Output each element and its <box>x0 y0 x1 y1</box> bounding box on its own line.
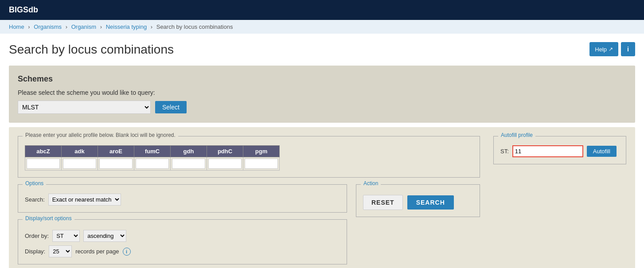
locus-input-row <box>25 157 280 171</box>
locus-header-fumC: fumC <box>134 146 171 157</box>
select-button[interactable]: Select <box>155 101 187 113</box>
search-button[interactable]: SEARCH <box>407 195 454 210</box>
profile-panel: Please enter your allelic profile below.… <box>9 127 635 268</box>
page-title: Search by locus combinations <box>9 43 635 57</box>
display-legend: Display/sort options <box>23 215 74 221</box>
options-row: Search: Exact or nearest match Exact mat… <box>25 194 340 206</box>
locus-input-aroE[interactable] <box>99 159 133 169</box>
options-section: Options Search: Exact or nearest match E… <box>18 184 347 213</box>
profile-main: Please enter your allelic profile below.… <box>18 136 626 264</box>
breadcrumb-neisseria[interactable]: Neisseria typing <box>106 23 147 30</box>
locus-input-pgm[interactable] <box>245 159 278 169</box>
st-label: ST: <box>500 148 509 155</box>
scheme-select[interactable]: MLST <box>18 101 151 114</box>
schemes-panel: Schemes Please select the scheme you wou… <box>9 66 635 123</box>
locus-input-fumC[interactable] <box>136 159 169 169</box>
locus-header-aroE: aroE <box>98 146 134 157</box>
app-header: BIGSdb <box>0 0 644 20</box>
breadcrumb: Home › Organisms › Organism › Neisseria … <box>0 20 644 34</box>
schemes-description: Please select the scheme you would like … <box>18 89 626 96</box>
profile-right: Autofill profile ST: Autofill <box>493 136 626 264</box>
display-label: Display: <box>25 248 45 255</box>
reset-button[interactable]: RESET <box>363 195 403 210</box>
schemes-row: MLST Select <box>18 101 626 114</box>
breadcrumb-current: Search by locus combinations <box>156 23 233 30</box>
autofill-row: ST: Autofill <box>500 145 619 157</box>
search-type-select[interactable]: Exact or nearest match Exact match only <box>48 194 121 206</box>
locus-input-pdhC[interactable] <box>208 159 242 169</box>
external-link-icon: ↗ <box>609 46 613 52</box>
bottom-right: Action RESET SEARCH <box>356 184 480 264</box>
autofill-legend: Autofill profile <box>498 132 535 138</box>
breadcrumb-sep-4: › <box>151 23 154 30</box>
order-by-label: Order by: <box>25 233 49 239</box>
page-title-area: Search by locus combinations <box>0 34 644 61</box>
help-button[interactable]: Help ↗ <box>589 42 618 56</box>
app-title: BIGSdb <box>9 5 38 14</box>
search-label: Search: <box>25 196 45 203</box>
help-label: Help <box>595 46 607 53</box>
profile-left: Please enter your allelic profile below.… <box>18 136 480 264</box>
breadcrumb-sep-1: › <box>28 23 31 30</box>
locus-header-abcZ: abcZ <box>25 146 62 157</box>
bottom-left: Options Search: Exact or nearest match E… <box>18 184 347 264</box>
allelic-profile-legend: Please enter your allelic profile below.… <box>23 132 178 138</box>
locus-header-gdh: gdh <box>171 146 207 157</box>
order-by-row: Order by: ST abcZ adk aroE fumC gdh pdhC… <box>25 230 340 242</box>
action-legend: Action <box>361 180 381 186</box>
autofill-button[interactable]: Autofill <box>587 146 617 157</box>
bottom-sections: Options Search: Exact or nearest match E… <box>18 184 480 264</box>
records-info-icon[interactable]: i <box>123 248 131 256</box>
direction-select[interactable]: ascending descending <box>83 230 126 242</box>
locus-input-gdh[interactable] <box>172 159 205 169</box>
records-per-page-label: records per page <box>75 248 119 255</box>
records-per-page-select[interactable]: 10 25 50 100 <box>49 245 72 257</box>
locus-header-pgm: pgm <box>243 146 280 157</box>
help-buttons-area: Help ↗ i <box>589 42 635 56</box>
breadcrumb-organism[interactable]: Organism <box>71 23 96 30</box>
locus-header-adk: adk <box>62 146 98 157</box>
breadcrumb-home[interactable]: Home <box>9 23 24 30</box>
order-by-select[interactable]: ST abcZ adk aroE fumC gdh pdhC pgm <box>52 230 80 242</box>
locus-header-pdhC: pdhC <box>207 146 243 157</box>
st-input[interactable] <box>512 145 583 157</box>
info-button[interactable]: i <box>621 42 635 56</box>
allelic-profile-section: Please enter your allelic profile below.… <box>18 136 480 178</box>
options-legend: Options <box>23 180 46 186</box>
action-section: Action RESET SEARCH <box>356 184 480 217</box>
autofill-section: Autofill profile ST: Autofill <box>493 136 626 164</box>
locus-input-abcZ[interactable] <box>27 159 60 169</box>
action-row: RESET SEARCH <box>363 195 473 210</box>
display-section: Display/sort options Order by: ST abcZ a… <box>18 219 347 264</box>
info-label: i <box>627 46 629 53</box>
breadcrumb-sep-3: › <box>100 23 104 30</box>
locus-input-adk[interactable] <box>63 159 96 169</box>
schemes-title: Schemes <box>18 74 626 84</box>
breadcrumb-sep-2: › <box>66 23 69 30</box>
locus-table: abcZ adk aroE fumC gdh pdhC pgm <box>25 145 280 171</box>
display-row: Display: 10 25 50 100 records per page i <box>25 245 340 257</box>
breadcrumb-organisms[interactable]: Organisms <box>34 23 62 30</box>
